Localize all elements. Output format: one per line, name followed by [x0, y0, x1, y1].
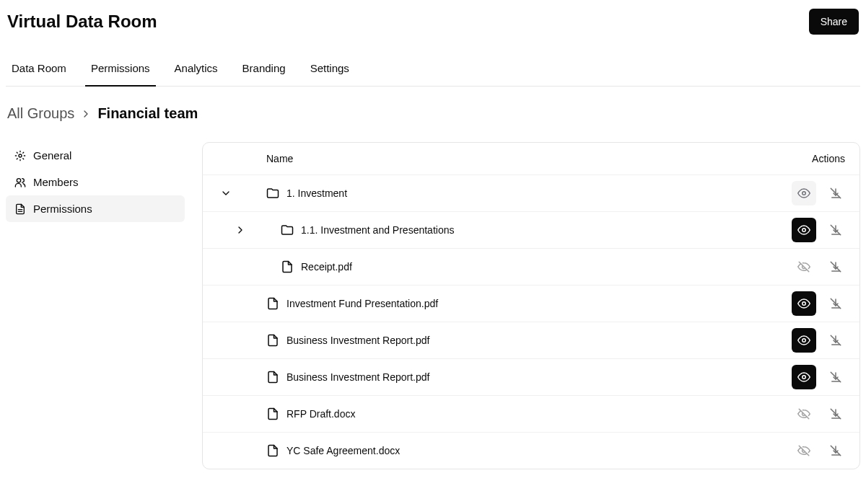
expand-toggle[interactable]	[214, 187, 237, 199]
file-row: Investment Fund Presentation.pdf	[203, 286, 860, 322]
file-row: Receipt.pdf	[203, 249, 860, 286]
row-actions	[792, 438, 848, 463]
item-label: 1. Investment	[287, 187, 347, 199]
eye-off-icon	[797, 260, 810, 273]
row-actions	[792, 328, 848, 353]
download-off-icon	[829, 407, 842, 420]
item-label: Receipt.pdf	[301, 261, 352, 273]
download-off-icon	[829, 224, 842, 236]
file-row: Business Investment Report.pdf	[203, 322, 860, 359]
file-icon	[266, 334, 279, 347]
download-permission-button[interactable]	[823, 438, 848, 463]
item-name[interactable]: YC Safe Agreement.docx	[237, 444, 792, 457]
download-off-icon	[829, 187, 842, 200]
page-title: Virtual Data Room	[7, 12, 157, 32]
item-label: Business Investment Report.pdf	[287, 371, 429, 383]
breadcrumb: All Groups Financial team	[6, 105, 860, 122]
folder-row: 1.1. Investment and Presentations	[203, 212, 860, 249]
folder-row: 1. Investment	[203, 175, 860, 212]
expand-toggle[interactable]	[229, 224, 252, 236]
view-permission-button[interactable]	[792, 402, 816, 426]
download-permission-button[interactable]	[823, 365, 848, 389]
folder-icon	[266, 187, 279, 200]
table-header: Name Actions	[203, 143, 860, 175]
view-permission-button[interactable]	[792, 365, 816, 389]
item-name[interactable]: Business Investment Report.pdf	[237, 334, 792, 347]
tab-branding[interactable]: Branding	[238, 52, 290, 86]
file-icon	[266, 297, 279, 310]
download-permission-button[interactable]	[823, 328, 848, 353]
item-name[interactable]: Receipt.pdf	[237, 260, 792, 273]
page-header: Virtual Data Room Share	[6, 6, 860, 43]
file-icon	[281, 260, 294, 273]
column-header-name: Name	[217, 153, 773, 164]
download-off-icon	[829, 371, 842, 384]
download-permission-button[interactable]	[823, 291, 848, 316]
row-actions	[792, 181, 848, 205]
view-permission-button[interactable]	[792, 291, 816, 316]
file-row: YC Safe Agreement.docx	[203, 433, 860, 469]
item-label: YC Safe Agreement.docx	[287, 445, 400, 456]
eye-icon	[797, 224, 810, 236]
sidebar-item-label: Permissions	[33, 203, 92, 215]
file-icon	[266, 371, 279, 384]
row-actions	[792, 402, 848, 426]
column-header-actions: Actions	[773, 153, 845, 164]
item-label: Business Investment Report.pdf	[287, 335, 429, 346]
tab-settings[interactable]: Settings	[306, 52, 354, 86]
users-icon	[14, 177, 26, 188]
item-label: Investment Fund Presentation.pdf	[287, 298, 438, 309]
sidebar-item-members[interactable]: Members	[6, 169, 185, 195]
item-name[interactable]: Business Investment Report.pdf	[237, 371, 792, 384]
row-actions	[792, 218, 848, 242]
tab-bar: Data Room Permissions Analytics Branding…	[6, 52, 860, 87]
permissions-table: Name Actions 1. Investment 1.	[202, 142, 860, 469]
folder-icon	[281, 224, 294, 236]
tab-analytics[interactable]: Analytics	[170, 52, 222, 86]
sidebar-item-permissions[interactable]: Permissions	[6, 195, 185, 222]
download-permission-button[interactable]	[823, 181, 848, 205]
sidebar-item-label: Members	[33, 176, 79, 188]
file-icon	[266, 444, 279, 457]
item-name[interactable]: RFP Draft.docx	[237, 407, 792, 420]
download-permission-button[interactable]	[823, 255, 848, 279]
item-name[interactable]: 1. Investment	[237, 187, 792, 200]
download-off-icon	[829, 444, 842, 457]
tab-data-room[interactable]: Data Room	[7, 52, 71, 86]
chevron-down-icon	[220, 187, 232, 199]
download-permission-button[interactable]	[823, 218, 848, 242]
view-permission-button[interactable]	[792, 328, 816, 353]
file-row: RFP Draft.docx	[203, 396, 860, 433]
file-row: Business Investment Report.pdf	[203, 359, 860, 396]
item-label: 1.1. Investment and Presentations	[301, 224, 454, 236]
download-off-icon	[829, 297, 842, 310]
download-off-icon	[829, 334, 842, 347]
download-off-icon	[829, 260, 842, 273]
row-actions	[792, 255, 848, 279]
file-icon	[266, 407, 279, 420]
file-text-icon	[14, 203, 26, 215]
eye-icon	[797, 297, 810, 310]
view-permission-button[interactable]	[792, 218, 816, 242]
eye-icon	[797, 371, 810, 384]
row-actions	[792, 365, 848, 389]
cog-icon	[14, 150, 26, 162]
eye-off-icon	[797, 444, 810, 457]
view-permission-button[interactable]	[792, 181, 816, 205]
item-name[interactable]: Investment Fund Presentation.pdf	[237, 297, 792, 310]
chevron-right-icon	[80, 108, 92, 120]
breadcrumb-current: Financial team	[97, 105, 198, 122]
item-name[interactable]: 1.1. Investment and Presentations	[252, 224, 792, 236]
view-permission-button[interactable]	[792, 438, 816, 463]
eye-icon	[797, 187, 810, 200]
view-permission-button[interactable]	[792, 255, 816, 279]
eye-off-icon	[797, 407, 810, 420]
download-permission-button[interactable]	[823, 402, 848, 426]
sidebar-item-general[interactable]: General	[6, 142, 185, 169]
sidebar-item-label: General	[33, 149, 71, 162]
share-button[interactable]: Share	[809, 9, 859, 35]
breadcrumb-root[interactable]: All Groups	[7, 105, 74, 122]
sidebar: General Members Permissions	[6, 142, 185, 222]
tab-permissions[interactable]: Permissions	[87, 52, 154, 86]
chevron-right-icon	[235, 224, 246, 236]
